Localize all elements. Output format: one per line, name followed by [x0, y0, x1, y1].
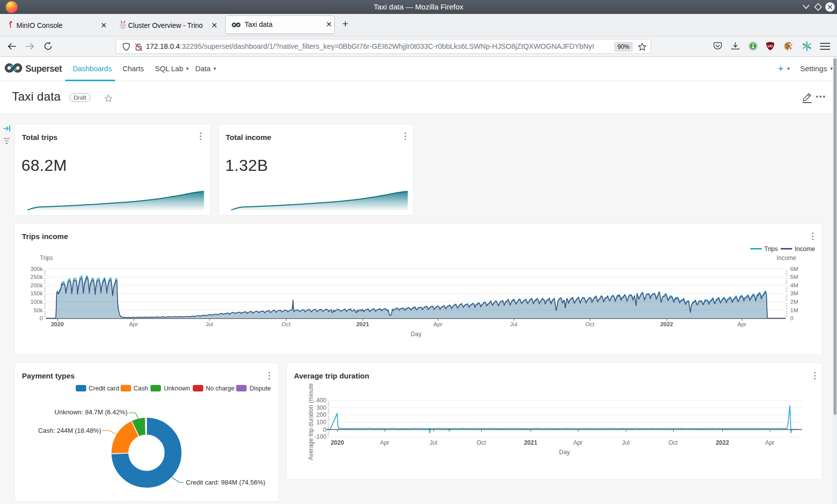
svg-text:2021: 2021 — [356, 321, 369, 327]
svg-text:Apr: Apr — [433, 321, 442, 327]
svg-text:50k: 50k — [33, 307, 43, 313]
svg-text:0: 0 — [790, 315, 793, 321]
svg-text:2M: 2M — [790, 299, 798, 305]
svg-text:0: 0 — [323, 426, 326, 433]
svg-text:Apr: Apr — [129, 321, 138, 327]
svg-text:Income: Income — [777, 254, 797, 261]
svg-text:300: 300 — [316, 404, 326, 411]
svg-text:2021: 2021 — [524, 439, 538, 446]
svg-text:Apr: Apr — [573, 439, 583, 446]
svg-text:Trips: Trips — [764, 246, 778, 252]
svg-text:Trips: Trips — [40, 254, 53, 261]
svg-text:Jul: Jul — [510, 321, 518, 327]
svg-text:300k: 300k — [30, 266, 43, 272]
svg-text:Day: Day — [411, 331, 421, 338]
svg-text:Oct: Oct — [669, 439, 678, 446]
svg-text:Jul: Jul — [206, 321, 213, 327]
svg-text:Jul: Jul — [429, 439, 437, 446]
svg-text:-100: -100 — [314, 433, 326, 440]
svg-text:Income: Income — [795, 246, 815, 252]
svg-text:Oct: Oct — [585, 321, 595, 327]
svg-text:Cash: Cash — [134, 385, 148, 392]
svg-text:100k: 100k — [30, 299, 43, 305]
svg-text:Average trip duration (minute: Average trip duration (minute — [307, 383, 314, 460]
svg-text:Oct: Oct — [281, 321, 291, 327]
svg-text:UO: UO — [768, 44, 773, 48]
svg-text:Oct: Oct — [477, 439, 486, 446]
svg-text:Jul: Jul — [622, 439, 629, 446]
svg-text:2020: 2020 — [331, 439, 344, 446]
svg-text:2022: 2022 — [716, 439, 729, 446]
svg-text:400: 400 — [316, 397, 326, 404]
svg-text:Day: Day — [559, 449, 570, 456]
svg-text:200k: 200k — [30, 282, 43, 288]
svg-text:250k: 250k — [30, 274, 43, 280]
svg-text:6M: 6M — [790, 266, 798, 272]
svg-text:Credit card: Credit card — [89, 385, 119, 392]
svg-text:Apr: Apr — [380, 439, 390, 446]
svg-text:Apr: Apr — [737, 321, 746, 327]
svg-text:Cash: 244M (18.48%): Cash: 244M (18.48%) — [38, 427, 101, 434]
svg-text:No charge: No charge — [206, 385, 235, 392]
svg-text:Unknown: 84.7M (6.42%): Unknown: 84.7M (6.42%) — [54, 408, 128, 416]
svg-text:0: 0 — [40, 315, 43, 321]
svg-text:5M: 5M — [790, 274, 798, 280]
svg-text:1M: 1M — [790, 307, 798, 313]
svg-text:Credit card: 984M (74.56%): Credit card: 984M (74.56%) — [186, 479, 266, 486]
svg-text:2022: 2022 — [660, 321, 673, 327]
svg-text:Dispute: Dispute — [250, 385, 271, 392]
svg-text:2020: 2020 — [51, 321, 64, 327]
svg-text:Unknown: Unknown — [164, 385, 190, 392]
svg-text:100: 100 — [316, 419, 326, 426]
svg-text:4M: 4M — [790, 282, 798, 288]
svg-text:150k: 150k — [30, 290, 43, 296]
svg-text:Apr: Apr — [765, 439, 775, 446]
svg-text:3M: 3M — [790, 290, 798, 296]
svg-text:200: 200 — [316, 411, 326, 418]
